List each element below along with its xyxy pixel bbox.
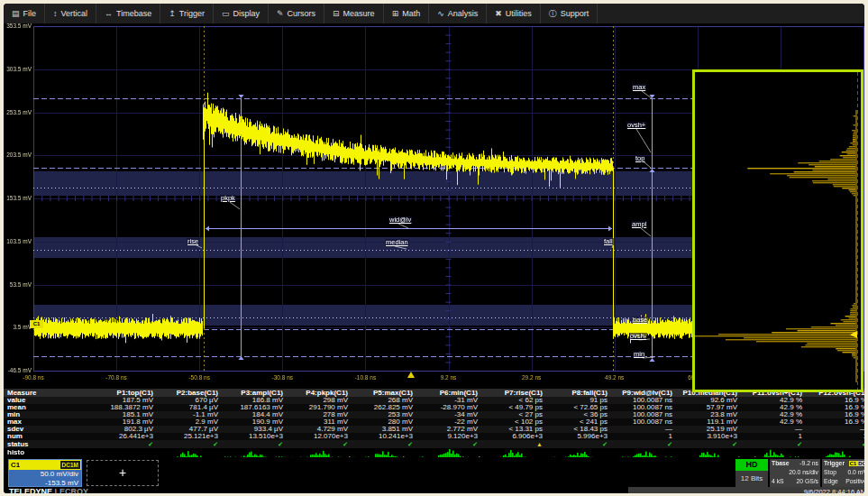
measure-cell-sdev: 802.3 µV [93, 426, 158, 433]
measure-cell-num: 1 [742, 433, 807, 440]
trigger-level: 0.0 mV [847, 468, 864, 477]
measure-cell-mean: 262.825 mV [352, 404, 417, 411]
channel-ground-marker[interactable]: C1 [30, 320, 43, 328]
measure-row-label: min [4, 411, 93, 418]
status-cell: ✔ [352, 440, 417, 448]
measure-cell-mean: 42.9 % [742, 404, 807, 411]
y-axis-label: 3.5 mV [5, 324, 32, 330]
annotation-min: min [633, 351, 645, 358]
measure-cell-max: < 102 ps [482, 418, 547, 426]
measure-cell-min: 278 mV [288, 411, 352, 418]
measure-cell-min: 185.1 mV [93, 411, 158, 418]
measure-cell-min: 253 mV [352, 411, 417, 418]
menu-item-label: Vertical [61, 9, 88, 18]
menu-item-analysis[interactable]: ∿Analysis [429, 4, 487, 23]
brand-logo: TELEDYNE LECROY [9, 487, 88, 493]
menu-item-label: Cursors [288, 9, 316, 18]
hd-mode-label: HD [736, 459, 768, 471]
measure-cell-min: 23.8 mV [677, 411, 742, 418]
menu-item-math[interactable]: ⊞Math [384, 4, 430, 23]
measure-cell-max: 16.9 % [807, 418, 864, 426]
measure-col-header[interactable]: P4:pkpk(C1) [288, 389, 352, 397]
menu-item-timebase[interactable]: ↔Timebase [96, 4, 160, 23]
measure-cell-mean: 100.0087 ns [612, 404, 677, 411]
menu-item-utilities[interactable]: ✖Utilities [487, 4, 541, 23]
menu-item-file[interactable]: ▤File [4, 4, 45, 23]
y-axis-label: 103.5 mV [5, 238, 32, 244]
measure-row-label: mean [4, 404, 93, 411]
support-icon: ⓘ [549, 8, 557, 20]
menu-item-measure[interactable]: ⊟Measure [324, 4, 384, 23]
oscilloscope-screen: ▤File↕Vertical↔Timebase↥Trigger▭Display✎… [4, 4, 864, 493]
measure-cell-sdev: 2.772 mV [417, 426, 482, 433]
measure-col-header[interactable]: P5:max(C1) [352, 389, 417, 397]
menu-item-vertical[interactable]: ↕Vertical [45, 4, 96, 23]
status-cell: ✔ [158, 440, 223, 448]
menu-item-label: File [23, 9, 37, 18]
menu-item-support[interactable]: ⓘSupport [541, 4, 598, 23]
measure-cell-num: 1 [807, 433, 864, 440]
measure-row-label: status [4, 440, 93, 448]
measure-cell-min: 100.0087 ns [612, 411, 677, 418]
x-axis-label: 9.2 ns [425, 374, 472, 381]
channel-c1-box[interactable]: C1 DC1M 50.0 mV/div -153.5 mV [8, 459, 82, 487]
hd-mode-box[interactable]: HD 12 Bits [736, 459, 768, 487]
trigger-mode: Stop [824, 468, 836, 477]
brand-teledyne: TELEDYNE [9, 487, 52, 493]
measure-cell-mean: < 49.79 ps [482, 404, 547, 411]
annotation-ovsh-minus: ovsh- [629, 333, 647, 340]
annotation-max: max [632, 84, 646, 91]
measure-col-header[interactable]: P6:min(C1) [417, 389, 482, 397]
status-ok-icon: ✔ [667, 441, 672, 447]
status-cell: ✔ [547, 440, 612, 448]
measure-cell-sdev: — [742, 426, 807, 433]
timebase-icon: ↔ [105, 9, 113, 18]
measure-cell-max: 311 mV [288, 418, 352, 426]
measure-cell-max: 280 mV [352, 418, 417, 426]
y-axis-label: 203.5 mV [5, 152, 32, 158]
trigger-type: Edge [824, 477, 838, 486]
annotation-pkpk: pkpk [220, 195, 236, 202]
menu-item-display[interactable]: ▭Display [214, 4, 269, 23]
measure-cell-num: 10.241e+3 [352, 433, 417, 440]
annotation-ampl: ampl [631, 221, 647, 228]
measure-cell-sdev: 477.7 µV [158, 426, 223, 433]
status-ok-icon: ✔ [343, 441, 348, 447]
measure-cell-min: 42.9 % [742, 411, 807, 418]
channel-c1-settings: 50.0 mV/div -153.5 mV [9, 470, 81, 488]
display-icon: ▭ [222, 9, 230, 18]
trigger-box[interactable]: Trigger C1DC Stop 0.0 mV Edge Positive [822, 459, 864, 487]
measure-col-header[interactable]: P3:ampl(C1) [223, 389, 288, 397]
measure-cell-max: 42.9 % [742, 418, 807, 426]
x-axis-label: 49.2 ns [591, 374, 638, 381]
measure-cell-mean: 291.790 mV [288, 404, 352, 411]
measure-col-header[interactable]: P9:wid@lv(C1) [612, 389, 677, 397]
timebase-box[interactable]: Tbase -9.2 ns 20.0 ns/div 4 kS 20 GS/s [770, 459, 820, 487]
measure-cell-value: 670 µV [158, 397, 223, 404]
menu-item-label: Display [233, 9, 260, 18]
measure-cell-num: 6.906e+3 [482, 433, 547, 440]
add-channel-button[interactable]: + [87, 460, 159, 486]
measure-cell-value: -31 mV [417, 397, 482, 404]
hd-bits-label: 12 Bits [736, 471, 768, 487]
math-icon: ⊞ [392, 9, 399, 18]
measure-col-header[interactable]: P2:base(C1) [158, 389, 223, 397]
measure-cell-value: 298 mV [288, 397, 352, 404]
trigger-time-marker-icon[interactable] [407, 372, 415, 378]
y-axis-label: 253.5 mV [5, 109, 32, 115]
timebase-delay: -9.2 ns [799, 459, 818, 468]
datetime-label: 9/6/2022 8:44:16 AM [628, 487, 864, 493]
status-cell: ✔ [417, 440, 482, 448]
menu-item-label: Utilities [506, 9, 532, 18]
annotation-median: median [385, 239, 409, 246]
measure-col-header[interactable]: P8:fall(C1) [547, 389, 612, 397]
menu-item-cursors[interactable]: ✎Cursors [269, 4, 324, 23]
measure-cell-mean: 781.4 µV [158, 404, 223, 411]
measure-cell-value: 187.5 mV [93, 397, 158, 404]
measure-col-header[interactable]: P1:top(C1) [93, 389, 158, 397]
menu-item-label: Math [402, 9, 420, 18]
measure-col-header[interactable]: P7:rise(C1) [482, 389, 547, 397]
y-axis-label: 53.5 mV [5, 281, 32, 288]
menu-item-trigger[interactable]: ↥Trigger [160, 4, 214, 23]
histogram-zone-box[interactable] [692, 69, 863, 392]
